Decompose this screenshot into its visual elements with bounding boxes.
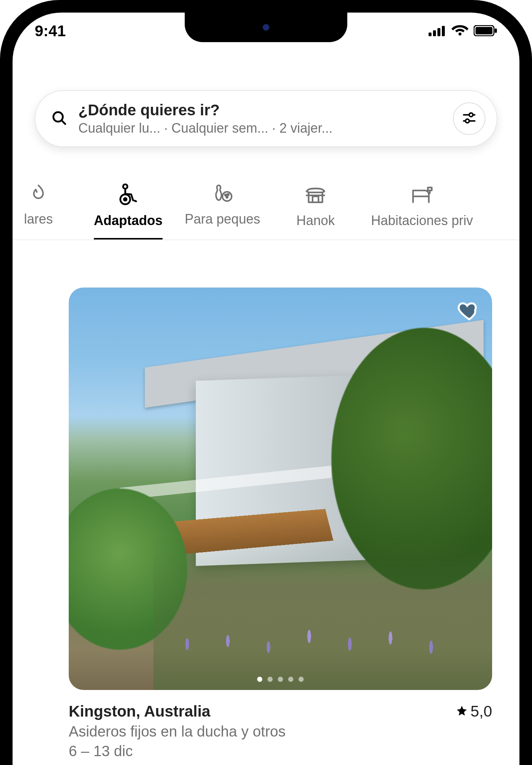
- carousel-dot[interactable]: [299, 677, 304, 682]
- flame-icon: [27, 183, 50, 205]
- tab-label: Habitaciones priv: [371, 213, 473, 228]
- listing-image[interactable]: [69, 288, 492, 690]
- battery-icon: [474, 22, 497, 40]
- tab-adaptados[interactable]: Adaptados: [94, 183, 163, 239]
- status-bar: 9:41: [13, 13, 519, 50]
- svg-rect-3: [442, 26, 445, 36]
- listing-rating: 5,0: [456, 703, 492, 720]
- status-icons: [429, 22, 497, 40]
- rating-value: 5,0: [471, 703, 492, 720]
- status-time: 9:41: [35, 22, 66, 40]
- tab-lares[interactable]: lares: [13, 183, 72, 239]
- search-title: ¿Dónde quieres ir?: [78, 101, 442, 119]
- tab-label: lares: [24, 211, 53, 227]
- search-bar[interactable]: ¿Dónde quieres ir? Cualquier lu... · Cua…: [35, 90, 497, 147]
- tab-privadas[interactable]: Habitaciones priv: [371, 183, 473, 239]
- star-icon: [456, 703, 468, 720]
- carousel-dot[interactable]: [278, 677, 283, 682]
- svg-rect-6: [495, 28, 497, 33]
- listing-card[interactable]: Kingston, Australia 5,0 Asideros fijos e…: [69, 288, 492, 759]
- wifi-icon: [451, 22, 468, 40]
- carousel-dot[interactable]: [288, 677, 293, 682]
- tab-label: Hanok: [296, 213, 335, 228]
- svg-rect-1: [433, 30, 436, 36]
- svg-rect-5: [475, 27, 492, 34]
- svg-rect-0: [429, 33, 432, 36]
- svg-point-18: [228, 194, 229, 196]
- hanok-icon: [304, 183, 327, 206]
- svg-point-10: [469, 113, 473, 117]
- tab-label: Para peques: [185, 211, 260, 227]
- sliders-icon: [462, 110, 477, 127]
- phone-screen: 9:41 ¿Dónde quieres ir?: [13, 13, 519, 765]
- svg-point-17: [225, 194, 226, 196]
- decorative: [153, 537, 492, 690]
- favorite-button[interactable]: [457, 299, 481, 322]
- svg-point-12: [466, 119, 469, 123]
- tab-hanok[interactable]: Hanok: [282, 183, 349, 239]
- carousel-dots: [257, 677, 304, 682]
- filters-button[interactable]: [453, 102, 485, 135]
- phone-frame: 9:41 ¿Dónde quieres ir?: [0, 0, 532, 765]
- svg-rect-20: [428, 187, 432, 190]
- listing-location: Kingston, Australia: [69, 703, 210, 720]
- search-subtitle: Cualquier lu... · Cualquier sem... · 2 v…: [78, 120, 442, 136]
- cellular-icon: [429, 22, 446, 40]
- svg-point-15: [124, 198, 127, 201]
- carousel-dot[interactable]: [257, 677, 262, 682]
- listing-dates: 6 – 13 dic: [69, 743, 492, 759]
- tab-peques[interactable]: Para peques: [185, 183, 260, 239]
- carousel-dot[interactable]: [267, 677, 273, 682]
- category-tabs: laresAdaptadosPara pequesHanokHabitacion…: [13, 175, 519, 240]
- svg-rect-2: [437, 28, 440, 36]
- svg-point-19: [226, 197, 228, 198]
- bowling-icon: [211, 183, 233, 205]
- listing-description: Asideros fijos en la ducha y otros: [69, 723, 492, 740]
- bed-icon: [410, 183, 434, 206]
- svg-line-8: [62, 120, 65, 124]
- wheelchair-icon: [116, 183, 140, 206]
- svg-point-13: [123, 184, 127, 189]
- search-icon: [51, 110, 67, 127]
- tab-label: Adaptados: [94, 213, 163, 228]
